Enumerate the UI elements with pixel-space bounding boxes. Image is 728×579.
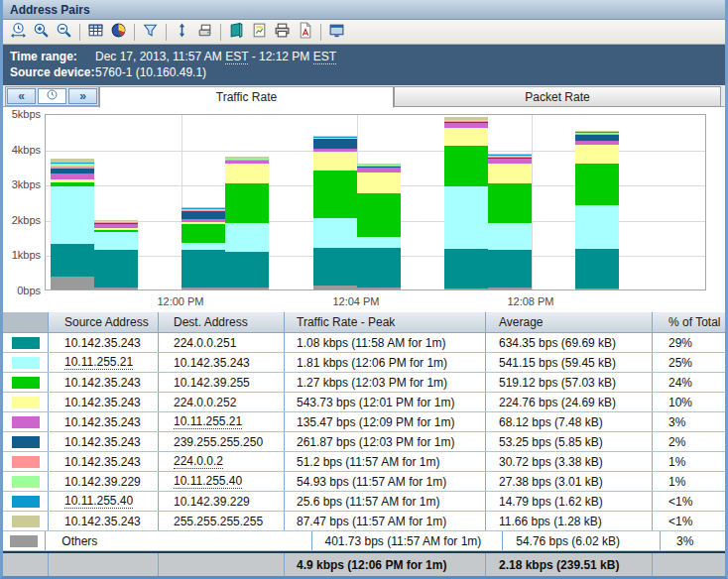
table-row[interactable]: 10.142.35.24310.11.255.21135.47 bps (12:… (3, 412, 725, 432)
pie-chart-icon (110, 22, 127, 42)
table-row[interactable]: 10.142.35.243224.0.0.2511.08 kbps (11:58… (3, 333, 725, 353)
bar-segment (575, 205, 619, 250)
percent-cell: <1% (653, 492, 720, 511)
bar-segment (488, 288, 532, 290)
nav-forward-button[interactable]: » (68, 88, 97, 104)
table-row[interactable]: 10.142.35.24310.142.39.2551.27 kbps (12:… (3, 373, 725, 393)
stacked-bar-1204pm (357, 164, 401, 290)
traffic-rate-chart: 5kbps4kbps3kbps2kbps1kbps0bps12:00 PM12:… (3, 107, 725, 312)
bar-segment (225, 223, 269, 252)
percent-cell: 3% (661, 531, 725, 550)
address-link[interactable]: 224.0.0.2 (174, 454, 223, 469)
table-header-average[interactable]: Average (486, 312, 653, 332)
color-swatch (12, 337, 40, 349)
bar-segment (225, 288, 269, 290)
table-header-source-address[interactable]: Source Address (49, 312, 159, 332)
percent-cell: 10% (653, 393, 720, 411)
table-row[interactable]: 10.142.35.243255.255.255.25587.47 bps (1… (3, 512, 725, 531)
series-color-cell (3, 373, 49, 392)
bar-segment (182, 243, 225, 250)
x-axis-tick-label: 12:00 PM (157, 295, 203, 307)
time-range-button[interactable] (7, 22, 30, 43)
filter-button[interactable] (139, 22, 162, 43)
move-vertical-button[interactable] (171, 22, 193, 43)
address-link[interactable]: 10.11.255.21 (174, 414, 242, 429)
timezone-link[interactable]: EST (225, 50, 248, 64)
report-page-button[interactable] (248, 22, 271, 43)
peak-cell: 135.47 bps (12:09 PM for 1m) (285, 412, 486, 431)
table-header-dest-address[interactable]: Dest. Address (159, 312, 285, 332)
address-text: 224.0.0.251 (174, 336, 236, 350)
bar-segment (313, 218, 357, 248)
time-range-row: Time range: Dec 17, 2013, 11:57 AM EST -… (10, 49, 725, 64)
bar-segment (182, 288, 225, 290)
address-pairs-table: Source AddressDest. AddressTraffic Rate … (3, 312, 725, 576)
nav-back-button[interactable]: « (7, 88, 36, 104)
new-window-button[interactable] (325, 22, 348, 43)
color-swatch (12, 397, 40, 408)
table-header-traffic-rate-peak[interactable]: Traffic Rate - Peak (285, 312, 486, 332)
dest-address-cell: 224.0.0.252 (159, 393, 285, 411)
address-link[interactable]: 10.11.255.40 (174, 474, 242, 489)
stacked-bar-1203pm (313, 136, 357, 290)
zoom-out-button[interactable] (53, 22, 75, 43)
source-address-cell: 10.142.35.243 (49, 393, 159, 411)
export-pdf-button[interactable] (294, 22, 316, 43)
y-axis-tick-label: 1kbps (3, 249, 41, 261)
bar-segment (575, 145, 619, 164)
toolbar-separator (320, 24, 321, 41)
average-cell: 634.35 bps (69.69 kB) (486, 333, 653, 352)
address-text: 224.0.0.252 (174, 396, 236, 409)
average-cell: 224.76 bps (24.69 kB) (486, 393, 653, 411)
time-range-value: Dec 17, 2013, 11:57 AM EST - 12:12 PM ES… (95, 49, 336, 64)
stacked-bar-1158am (94, 220, 138, 290)
dest-address-cell: 239.255.255.250 (159, 432, 285, 451)
dest-address-cell: 10.142.39.229 (159, 492, 285, 511)
toolbar (3, 20, 725, 45)
average-cell: 54.76 bps (6.02 kB) (503, 531, 661, 550)
tab-traffic-rate[interactable]: Traffic Rate (99, 86, 394, 108)
bar-segment (575, 164, 619, 205)
source-address-cell: 10.142.35.243 (49, 333, 159, 352)
bar-segment (313, 286, 357, 290)
table-row[interactable]: 10.142.35.243224.0.0.252543.73 bps (12:0… (3, 393, 725, 412)
series-color-cell (3, 393, 49, 411)
nav-time-button[interactable] (38, 88, 66, 104)
print-button[interactable] (271, 22, 294, 43)
pie-chart-button[interactable] (107, 22, 130, 43)
average-cell: 519.12 bps (57.03 kB) (486, 373, 653, 392)
export-device-button[interactable] (193, 22, 216, 43)
address-link[interactable]: 10.11.255.40 (64, 494, 133, 509)
table-row[interactable]: 10.142.35.243239.255.255.250261.87 bps (… (3, 432, 725, 452)
tab-packet-rate[interactable]: Packet Rate (394, 86, 721, 107)
address-link[interactable]: 10.11.255.21 (64, 355, 133, 370)
color-swatch (10, 535, 38, 547)
bar-segment (357, 288, 401, 290)
others-label-cell: Others (46, 531, 312, 550)
table-body: 10.142.35.243224.0.0.2511.08 kbps (11:58… (3, 333, 725, 551)
zoom-in-button[interactable] (30, 22, 53, 43)
bar-segment (575, 249, 619, 289)
table-view-icon (87, 22, 104, 42)
peak-cell: 25.6 bps (11:57 AM for 1m) (285, 492, 486, 511)
time-range-label: Time range: (10, 49, 95, 64)
dest-address-cell: 10.142.35.243 (159, 353, 285, 372)
table-row[interactable]: 10.142.35.243224.0.0.251.2 bps (11:57 AM… (3, 452, 725, 472)
time-range-text: Dec 17, 2013, 11:57 AM (95, 50, 225, 63)
table-row[interactable]: 10.11.255.4010.142.39.22925.6 bps (11:57… (3, 492, 725, 512)
report-book-button[interactable] (225, 22, 248, 43)
table-view-button[interactable] (84, 22, 107, 43)
table-row[interactable]: Others401.73 bps (11:57 AM for 1m)54.76 … (3, 531, 725, 551)
percent-cell: <1% (653, 512, 720, 530)
timezone-link[interactable]: EST (313, 50, 336, 64)
total-empty-cell (653, 553, 720, 576)
stacked-bar-1157am (51, 159, 94, 290)
peak-cell: 54.93 bps (11:57 AM for 1m) (285, 472, 486, 491)
table-header-color (3, 312, 49, 332)
table-row[interactable]: 10.142.39.22910.11.255.4054.93 bps (11:5… (3, 472, 725, 492)
table-header--of-total[interactable]: % of Total (653, 312, 720, 332)
bar-segment (225, 164, 269, 182)
peak-cell: 543.73 bps (12:01 PM for 1m) (285, 393, 486, 411)
table-row[interactable]: 10.11.255.2110.142.35.2431.81 kbps (12:0… (3, 353, 725, 373)
color-swatch (12, 456, 40, 468)
